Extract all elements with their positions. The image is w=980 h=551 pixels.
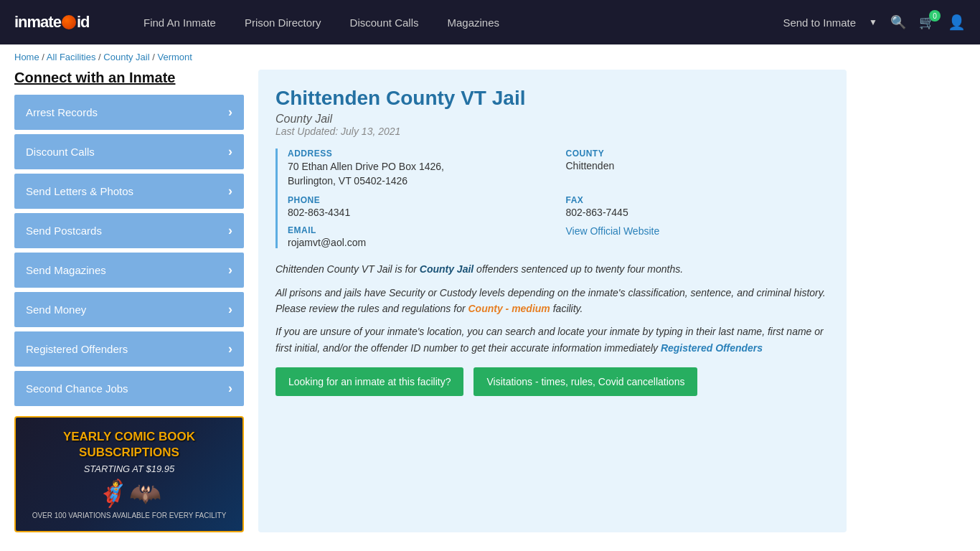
address-value: 70 Ethan Allen Drive PO Box 1426, Burlin… xyxy=(288,160,552,188)
county-medium-link[interactable]: County - medium xyxy=(468,303,550,314)
ad-chars: 🦸🦇 xyxy=(24,479,234,509)
nav-magazines[interactable]: Magazines xyxy=(447,17,499,29)
website-link[interactable]: View Official Website xyxy=(566,225,660,237)
phone-label: PHONE xyxy=(288,195,552,205)
desc-section: Chittenden County VT Jail is for County … xyxy=(275,261,829,356)
sidebar-item-letters-photos[interactable]: Send Letters & Photos › xyxy=(14,174,244,209)
chevron-down-icon: ▼ xyxy=(869,17,877,27)
sidebar-label: Send Magazines xyxy=(26,264,106,276)
sidebar-label: Send Postcards xyxy=(26,225,102,237)
sidebar-label: Send Money xyxy=(26,303,86,316)
website-block: View Official Website xyxy=(566,225,830,248)
main-container: Connect with an Inmate Arrest Records › … xyxy=(0,70,861,551)
arrow-icon: › xyxy=(228,105,232,120)
sidebar-item-magazines[interactable]: Send Magazines › xyxy=(14,253,244,288)
cart-icon[interactable]: 🛒 0 xyxy=(919,14,935,30)
county-value: Chittenden xyxy=(566,160,830,171)
county-label: COUNTY xyxy=(566,149,830,159)
breadcrumb-all-facilities[interactable]: All Facilities xyxy=(47,52,96,62)
phone-value: 802-863-4341 xyxy=(288,207,552,218)
address-block: ADDRESS 70 Ethan Allen Drive PO Box 1426… xyxy=(288,149,552,188)
sidebar: Connect with an Inmate Arrest Records › … xyxy=(14,70,244,532)
county-block: COUNTY Chittenden xyxy=(566,149,830,188)
breadcrumb-home[interactable]: Home xyxy=(14,52,39,62)
nav-right: Send to Inmate ▼ 🔍 🛒 0 👤 xyxy=(783,14,966,31)
sidebar-item-arrest-records[interactable]: Arrest Records › xyxy=(14,95,244,130)
sidebar-item-second-chance-jobs[interactable]: Second Chance Jobs › xyxy=(14,371,244,406)
arrow-icon: › xyxy=(228,263,232,278)
nav-prison-directory[interactable]: Prison Directory xyxy=(245,17,321,29)
logo-icon xyxy=(62,15,76,29)
user-icon[interactable]: 👤 xyxy=(948,14,966,31)
navbar: inmate id Find An Inmate Prison Director… xyxy=(0,0,980,44)
content-panel: Chittenden County VT Jail County Jail La… xyxy=(258,70,847,532)
desc-p3: If you are unsure of your inmate's locat… xyxy=(275,324,829,356)
breadcrumb: Home / All Facilities / County Jail / Ve… xyxy=(0,44,980,70)
info-grid: ADDRESS 70 Ethan Allen Drive PO Box 1426… xyxy=(275,149,829,248)
ad-title: YEARLY COMIC BOOK SUBSCRIPTIONS xyxy=(24,429,234,461)
arrow-icon: › xyxy=(228,302,232,317)
fax-label: FAX xyxy=(566,195,830,205)
desc-p1: Chittenden County VT Jail is for County … xyxy=(275,261,829,277)
sidebar-label: Send Letters & Photos xyxy=(26,185,133,197)
breadcrumb-county-jail[interactable]: County Jail xyxy=(103,52,149,62)
cart-badge: 0 xyxy=(929,10,941,22)
logo-area[interactable]: inmate id xyxy=(14,13,122,32)
arrow-icon: › xyxy=(228,381,232,396)
nav-discount-calls[interactable]: Discount Calls xyxy=(350,17,419,29)
search-icon[interactable]: 🔍 xyxy=(890,14,906,30)
sidebar-item-registered-offenders[interactable]: Registered Offenders › xyxy=(14,331,244,367)
sidebar-label: Discount Calls xyxy=(26,146,95,158)
ad-note: OVER 100 VARIATIONS AVAILABLE FOR EVERY … xyxy=(24,512,234,519)
sidebar-item-money[interactable]: Send Money › xyxy=(14,292,244,327)
arrow-icon: › xyxy=(228,223,232,238)
nav-links: Find An Inmate Prison Directory Discount… xyxy=(143,17,761,29)
fax-value: 802-863-7445 xyxy=(566,207,830,218)
ad-banner[interactable]: YEARLY COMIC BOOK SUBSCRIPTIONS STARTING… xyxy=(14,416,244,532)
sidebar-item-postcards[interactable]: Send Postcards › xyxy=(14,213,244,248)
address-label: ADDRESS xyxy=(288,149,552,159)
county-jail-link[interactable]: County Jail xyxy=(420,263,473,275)
send-to-inmate-link[interactable]: Send to Inmate xyxy=(783,17,856,29)
email-label: EMAIL xyxy=(288,225,552,235)
phone-block: PHONE 802-863-4341 xyxy=(288,195,552,218)
sidebar-label: Second Chance Jobs xyxy=(26,382,128,395)
logo-text: inmate xyxy=(14,13,61,32)
sidebar-label: Arrest Records xyxy=(26,106,98,118)
email-value: rojamvt@aol.com xyxy=(288,237,552,248)
facility-type: County Jail xyxy=(275,113,829,126)
breadcrumb-state[interactable]: Vermont xyxy=(157,52,192,62)
logo-text2: id xyxy=(77,13,90,32)
email-block: EMAIL rojamvt@aol.com xyxy=(288,225,552,248)
nav-find-inmate[interactable]: Find An Inmate xyxy=(143,17,216,29)
arrow-icon: › xyxy=(228,184,232,199)
sidebar-label: Registered Offenders xyxy=(26,343,128,355)
registered-offenders-link[interactable]: Registered Offenders xyxy=(661,342,763,354)
desc-p2: All prisons and jails have Security or C… xyxy=(275,285,829,317)
connect-heading: Connect with an Inmate xyxy=(14,70,244,86)
find-inmate-button[interactable]: Looking for an inmate at this facility? xyxy=(275,367,463,396)
sidebar-item-discount-calls[interactable]: Discount Calls › xyxy=(14,134,244,169)
arrow-icon: › xyxy=(228,144,232,159)
fax-block: FAX 802-863-7445 xyxy=(566,195,830,218)
arrow-icon: › xyxy=(228,342,232,357)
visitations-button[interactable]: Visitations - times, rules, Covid cancel… xyxy=(473,367,697,396)
facility-updated: Last Updated: July 13, 2021 xyxy=(275,126,829,137)
action-buttons: Looking for an inmate at this facility? … xyxy=(275,367,829,396)
ad-subtitle: STARTING AT $19.95 xyxy=(24,463,234,474)
facility-title: Chittenden County VT Jail xyxy=(275,87,829,110)
